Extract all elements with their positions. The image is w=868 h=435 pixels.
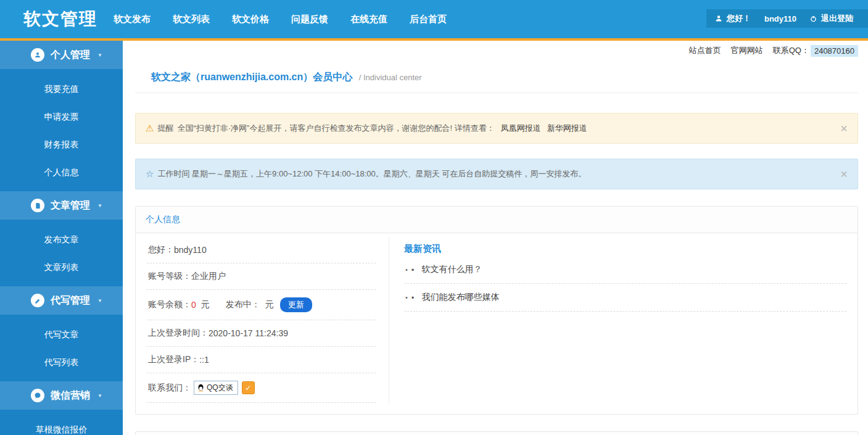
warning-icon: ⚠ bbox=[146, 123, 154, 134]
site-home-link[interactable]: 站点首页 bbox=[689, 45, 721, 56]
profile-panel: 个人信息 您好： bndy110 账号等级： 企业用户 账号余额： bbox=[135, 206, 858, 415]
sidebar-item-finance-report[interactable]: 财务报表 bbox=[0, 131, 123, 159]
qq-chat-label: QQ交谈 bbox=[207, 383, 233, 393]
pencil-icon bbox=[31, 294, 44, 307]
sidebar-item-recharge[interactable]: 我要充值 bbox=[0, 75, 123, 103]
utility-row: 站点首页 官网网站 联系QQ： 240870160 bbox=[135, 41, 858, 59]
document-icon bbox=[31, 199, 44, 212]
official-site-link[interactable]: 官网网站 bbox=[731, 45, 763, 56]
sidebar-group-ghostwriting: 代写文章 代写列表 bbox=[0, 315, 123, 381]
sidebar-item-profile[interactable]: 个人信息 bbox=[0, 159, 123, 186]
top-nav: 软文发布 软文列表 软文价格 问题反馈 在线充值 后台首页 bbox=[114, 14, 447, 25]
profile-panel-title: 个人信息 bbox=[136, 207, 858, 233]
sidebar-item-wechat-pricing[interactable]: 草根微信报价 bbox=[0, 416, 123, 435]
close-icon[interactable]: × bbox=[840, 122, 848, 135]
logout-link[interactable]: 退出登陆 bbox=[821, 13, 853, 24]
nav-item-admin-home[interactable]: 后台首页 bbox=[410, 14, 447, 25]
last-login-ip-row: 上次登录IP： ::1 bbox=[147, 347, 376, 373]
notice-text: 全国“扫黄打非·净网”今起展开，请客户自行检查发布文章内容，谢谢您的配合! 详情… bbox=[177, 123, 494, 134]
logout-icon bbox=[810, 15, 817, 22]
quick-steps-title: 后台快速使用步骤 bbox=[136, 432, 858, 435]
greeting-username: bndy110 bbox=[174, 245, 207, 255]
publishing-label: 发布中： bbox=[226, 299, 260, 310]
nav-item-feedback[interactable]: 问题反馈 bbox=[291, 14, 328, 25]
balance-label: 账号余额： bbox=[148, 299, 191, 310]
sidebar-section-articles: 文章管理 ▼ 发布文章 文章列表 bbox=[0, 191, 123, 286]
nav-item-recharge[interactable]: 在线充值 bbox=[350, 14, 387, 25]
user-icon bbox=[715, 15, 722, 22]
nav-item-article-list[interactable]: 软文列表 bbox=[173, 14, 210, 25]
sidebar-header-label: 个人管理 bbox=[51, 49, 90, 62]
news-item[interactable]: • • 软文有什么用？ bbox=[404, 256, 846, 284]
sidebar-group-wechat: 草根微信报价 bbox=[0, 410, 123, 435]
bullet-icon: • bbox=[411, 265, 415, 275]
sidebar-item-article-list[interactable]: 文章列表 bbox=[0, 254, 123, 281]
sidebar-section-personal: 个人管理 ▼ 我要充值 申请发票 财务报表 个人信息 bbox=[0, 41, 123, 191]
sidebar-group-articles: 发布文章 文章列表 bbox=[0, 220, 123, 286]
wechat-icon bbox=[31, 389, 44, 402]
news-item-text: 我们能发布哪些媒体 bbox=[421, 292, 499, 303]
profile-info-column: 您好： bndy110 账号等级： 企业用户 账号余额： 0 元 bbox=[147, 237, 389, 403]
quick-steps-panel: 后台快速使用步骤 Step1：注册账号 注册账号，填写账号、密码、联系方式，点击… bbox=[135, 431, 858, 435]
last-login-time-row: 上次登录时间： 2020-10-17 11:24:39 bbox=[147, 320, 376, 347]
sidebar-header-label: 文章管理 bbox=[51, 199, 90, 212]
profile-panel-body: 您好： bndy110 账号等级： 企业用户 账号余额： 0 元 bbox=[136, 233, 858, 414]
chevron-down-icon: ▼ bbox=[97, 298, 102, 304]
sidebar-header-label: 微信营销 bbox=[51, 389, 90, 402]
news-item[interactable]: • • 我们能发布哪些媒体 bbox=[404, 284, 846, 312]
balance-row: 账号余额： 0 元 发布中： 元 更新 bbox=[147, 290, 376, 320]
sidebar-header-label: 代写管理 bbox=[51, 294, 90, 307]
greeting-text: 您好！ bbox=[727, 13, 751, 24]
contact-us-row: 联系我们： QQ交谈 ✓ bbox=[147, 373, 376, 403]
account-level-label: 账号等级： bbox=[148, 271, 191, 282]
chevron-down-icon: ▼ bbox=[97, 393, 102, 399]
contact-qq-label: 联系QQ： bbox=[773, 45, 809, 56]
page-title-row: 软文之家（ruanwenzhijia.com.cn）会员中心 / Individ… bbox=[135, 65, 858, 93]
last-login-time-value: 2020-10-17 11:24:39 bbox=[209, 328, 288, 338]
close-icon[interactable]: × bbox=[840, 168, 848, 180]
balance-unit: 元 bbox=[201, 299, 210, 310]
sidebar-item-publish-article[interactable]: 发布文章 bbox=[0, 226, 123, 254]
bullet-icon: • bbox=[405, 294, 408, 301]
account-level-value: 企业用户 bbox=[191, 271, 226, 282]
bullet-icon: • bbox=[411, 293, 415, 302]
publishing-unit: 元 bbox=[265, 299, 274, 310]
main-content: 站点首页 官网网站 联系QQ： 240870160 软文之家（ruanwenzh… bbox=[123, 41, 868, 435]
sidebar-header-articles[interactable]: 文章管理 ▼ bbox=[0, 191, 123, 220]
app-logo: 软文管理 bbox=[23, 7, 97, 31]
greeting-label: 您好： bbox=[148, 244, 174, 255]
notice-alert: ⚠ 提醒 全国“扫黄打非·净网”今起展开，请客户自行检查发布文章内容，谢谢您的配… bbox=[135, 113, 858, 144]
contact-us-label: 联系我们： bbox=[148, 383, 191, 394]
sidebar-item-ghostwrite-article[interactable]: 代写文章 bbox=[0, 321, 123, 349]
update-balance-button[interactable]: 更新 bbox=[280, 297, 312, 312]
balance-value: 0 bbox=[191, 300, 196, 310]
last-login-ip-label: 上次登录IP： bbox=[148, 354, 199, 365]
bullet-icon: • bbox=[405, 266, 408, 273]
qq-penguin-icon bbox=[197, 384, 205, 392]
chevron-down-icon: ▼ bbox=[97, 52, 102, 58]
account-level-row: 账号等级： 企业用户 bbox=[147, 263, 376, 290]
verified-check-icon[interactable]: ✓ bbox=[242, 381, 255, 394]
sidebar-group-personal: 我要充值 申请发票 财务报表 个人信息 bbox=[0, 69, 123, 191]
member-center-page: 软文管理 软文发布 软文列表 软文价格 问题反馈 在线充值 后台首页 您好！ b… bbox=[0, 0, 868, 435]
sidebar-item-ghostwrite-list[interactable]: 代写列表 bbox=[0, 349, 123, 376]
qq-chat-button[interactable]: QQ交谈 bbox=[194, 381, 238, 395]
worktime-text: 工作时间 星期一～星期五，上午9:00~12:00 下午14:00~18:00。… bbox=[157, 168, 586, 180]
sidebar-header-ghostwriting[interactable]: 代写管理 ▼ bbox=[0, 286, 123, 315]
sidebar: 个人管理 ▼ 我要充值 申请发票 财务报表 个人信息 文章管理 ▼ bbox=[0, 41, 123, 435]
person-icon bbox=[31, 48, 44, 62]
sidebar-item-invoice[interactable]: 申请发票 bbox=[0, 103, 123, 131]
username: bndy110 bbox=[764, 14, 796, 23]
last-login-ip-value: ::1 bbox=[199, 355, 209, 365]
xinhua-report-link[interactable]: 新华网报道 bbox=[547, 123, 587, 134]
nav-item-pricing[interactable]: 软文价格 bbox=[232, 14, 269, 25]
nav-item-publish[interactable]: 软文发布 bbox=[114, 14, 151, 25]
page-title: 软文之家（ruanwenzhijia.com.cn）会员中心 bbox=[151, 72, 352, 82]
sidebar-header-wechat[interactable]: 微信营销 ▼ bbox=[0, 381, 123, 410]
last-login-time-label: 上次登录时间： bbox=[148, 328, 209, 339]
chevron-down-icon: ▼ bbox=[97, 203, 102, 209]
phoenix-report-link[interactable]: 凤凰网报道 bbox=[501, 123, 541, 134]
sidebar-header-personal[interactable]: 个人管理 ▼ bbox=[0, 41, 123, 69]
star-icon: ☆ bbox=[146, 168, 154, 180]
page-subtitle: / Individual center bbox=[359, 73, 422, 82]
